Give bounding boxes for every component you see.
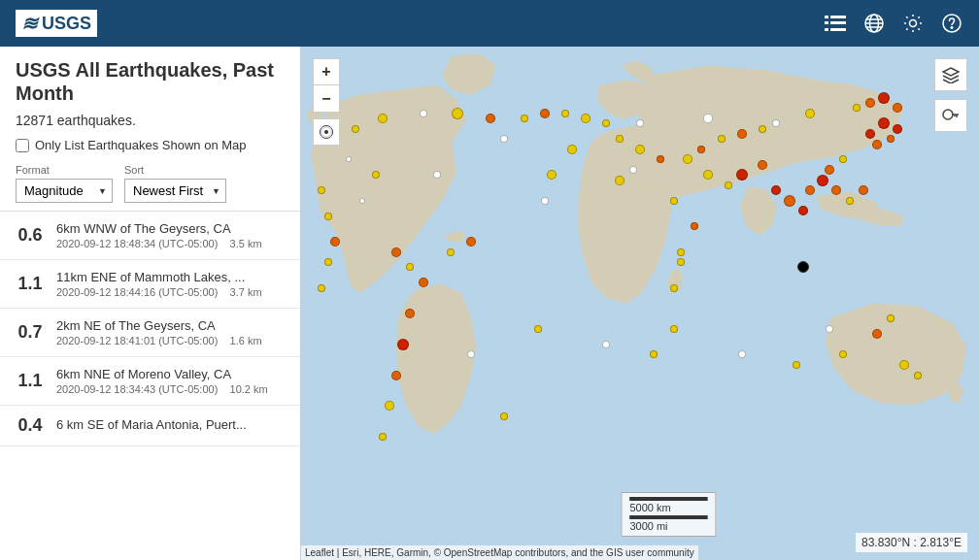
eq-magnitude: 1.1 <box>16 274 45 294</box>
eq-magnitude: 0.4 <box>16 415 45 436</box>
logo-tilde-icon: ≋ <box>21 12 38 35</box>
coordinates-display: 83.830°N : 2.813°E <box>856 533 967 552</box>
sort-select-wrapper: Newest First Oldest First Largest First <box>124 179 226 203</box>
eq-meta: 2020-09-12 18:44:16 (UTC-05:00) 3.7 km <box>56 286 285 298</box>
map-filter-label[interactable]: Only List Earthquakes Shown on Map <box>35 138 247 152</box>
map-attribution: Leaflet | Esri, HERE, Garmin, © OpenStre… <box>301 545 698 560</box>
format-select[interactable]: Magnitude Depth Time <box>16 179 113 203</box>
list-item[interactable]: 0.7 2km NE of The Geysers, CA 2020-09-12… <box>0 309 300 357</box>
eq-meta: 2020-09-12 18:34:43 (UTC-05:00) 10.2 km <box>56 383 285 395</box>
svg-rect-5 <box>830 28 846 31</box>
app-header: ≋ USGS <box>0 0 979 47</box>
svg-point-13 <box>951 27 953 29</box>
earthquake-list: 0.6 6km WNW of The Geysers, CA 2020-09-1… <box>0 212 300 560</box>
eq-location: 6km WNW of The Geysers, CA <box>56 221 285 236</box>
list-view-icon[interactable] <box>824 12 847 35</box>
eq-meta: 2020-09-12 18:48:34 (UTC-05:00) 3.5 km <box>56 238 285 249</box>
sort-label: Sort <box>124 164 226 176</box>
settings-icon[interactable] <box>901 12 925 35</box>
svg-rect-1 <box>830 16 846 18</box>
eq-location: 2km NE of The Geysers, CA <box>56 318 285 333</box>
list-item[interactable]: 0.6 6km WNW of The Geysers, CA 2020-09-1… <box>0 212 300 260</box>
zoom-controls: + − <box>313 58 340 146</box>
logo-usgs-text: USGS <box>42 14 91 34</box>
eq-magnitude: 1.1 <box>16 371 45 391</box>
filter-controls: Format Magnitude Depth Time Sort Newest … <box>16 164 285 203</box>
svg-rect-3 <box>830 21 846 24</box>
eq-details: 6km WNW of The Geysers, CA 2020-09-12 18… <box>56 221 285 249</box>
map-area[interactable]: + − <box>301 47 979 560</box>
header-icon-group <box>824 12 963 35</box>
sidebar-header: USGS All Earthquakes, Past Month 12871 e… <box>0 47 300 212</box>
svg-rect-0 <box>825 16 828 18</box>
help-icon[interactable] <box>940 12 963 35</box>
list-item[interactable]: 1.1 11km ENE of Mammoth Lakes, ... 2020-… <box>0 260 300 309</box>
zoom-out-button[interactable]: − <box>313 85 340 113</box>
globe-icon[interactable] <box>862 12 886 35</box>
eq-details: 11km ENE of Mammoth Lakes, ... 2020-09-1… <box>56 270 285 298</box>
sort-select[interactable]: Newest First Oldest First Largest First <box>124 179 226 203</box>
eq-location: 6 km SE of Maria Antonia, Puert... <box>56 417 285 432</box>
map-right-controls <box>934 58 967 132</box>
sort-filter-group: Sort Newest First Oldest First Largest F… <box>124 164 226 203</box>
eq-meta: 2020-09-12 18:41:01 (UTC-05:00) 1.6 km <box>56 335 285 346</box>
format-filter-group: Format Magnitude Depth Time <box>16 164 113 203</box>
main-content: USGS All Earthquakes, Past Month 12871 e… <box>0 47 979 560</box>
compass-button[interactable] <box>313 118 340 146</box>
logo-box: ≋ USGS <box>16 10 97 37</box>
eq-details: 6km NNE of Moreno Valley, CA 2020-09-12 … <box>56 367 285 395</box>
logo: ≋ USGS <box>16 10 97 37</box>
layers-button[interactable] <box>934 58 967 91</box>
eq-magnitude: 0.6 <box>16 225 45 246</box>
svg-point-11 <box>910 20 917 27</box>
zoom-in-button[interactable]: + <box>313 58 340 85</box>
list-item[interactable]: 0.4 6 km SE of Maria Antonia, Puert... <box>0 406 300 446</box>
earthquake-count: 12871 earthquakes. <box>16 113 285 128</box>
eq-magnitude: 0.7 <box>16 322 45 343</box>
scale-mi-label: 3000 mi <box>629 520 667 532</box>
list-item[interactable]: 1.1 6km NNE of Moreno Valley, CA 2020-09… <box>0 357 300 406</box>
scale-bar: 5000 km 3000 mi <box>621 492 716 537</box>
eq-location: 6km NNE of Moreno Valley, CA <box>56 367 285 381</box>
world-map-svg <box>301 47 979 560</box>
svg-point-18 <box>943 110 953 119</box>
scale-km-label: 5000 km <box>629 502 670 513</box>
scale-line-km <box>629 497 707 501</box>
format-label: Format <box>16 164 113 176</box>
coordinates-text: 83.830°N : 2.813°E <box>861 536 962 549</box>
scale-line-mi <box>629 515 707 519</box>
eq-details: 2km NE of The Geysers, CA 2020-09-12 18:… <box>56 318 285 346</box>
page-title: USGS All Earthquakes, Past Month <box>16 58 285 105</box>
filter-checkbox-row: Only List Earthquakes Shown on Map <box>16 138 285 152</box>
svg-rect-4 <box>825 28 828 31</box>
key-button[interactable] <box>934 99 967 132</box>
map-filter-checkbox[interactable] <box>16 139 29 152</box>
format-select-wrapper: Magnitude Depth Time <box>16 179 113 203</box>
svg-rect-2 <box>825 21 828 24</box>
eq-details: 6 km SE of Maria Antonia, Puert... <box>56 417 285 434</box>
svg-point-16 <box>324 130 328 134</box>
sidebar: USGS All Earthquakes, Past Month 12871 e… <box>0 47 301 560</box>
eq-location: 11km ENE of Mammoth Lakes, ... <box>56 270 285 284</box>
